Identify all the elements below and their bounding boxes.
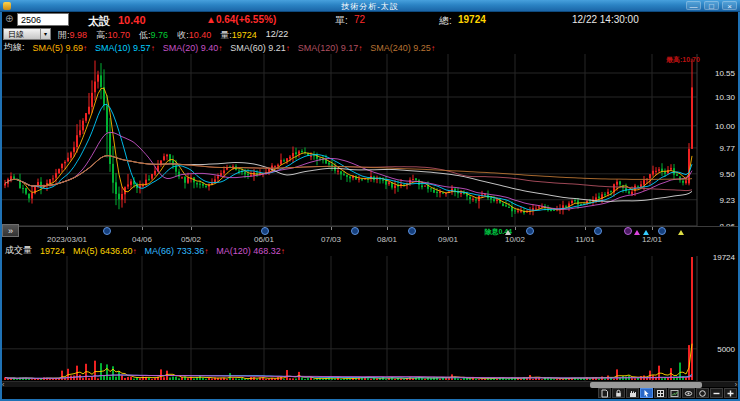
period-select[interactable]: 日線 ▾ xyxy=(3,28,51,40)
volume-legend: 成交量 19724 MA(5) 6436.60↑ MA(66) 733.36↑ … xyxy=(2,245,738,256)
dividend-marker-icon[interactable] xyxy=(261,227,269,235)
event-triangle-icon[interactable] xyxy=(505,230,511,235)
event-triangle-icon[interactable] xyxy=(643,230,649,235)
app-window: 技術分析-太設 — □ × ⊕ 太設 10.40 ▲0.64(+6.55%) 單… xyxy=(0,0,740,401)
sma120-item: SMA(120) 9.17↑ xyxy=(298,43,363,53)
date-label: 12/01 xyxy=(642,235,662,244)
date-axis: » 除息0.44 2023/03/0104/0605/0206/0107/030… xyxy=(0,226,740,245)
date-tick xyxy=(448,227,449,230)
chevron-down-icon: ▾ xyxy=(40,29,50,39)
price-tick-label: 10.55 xyxy=(699,69,735,78)
zoom-out-icon[interactable] xyxy=(710,388,723,398)
price-chart[interactable] xyxy=(0,54,740,226)
date-tick xyxy=(142,227,143,230)
zoom-in-icon[interactable] xyxy=(724,388,737,398)
sma-legend: 均線: SMA(5) 9.69↑ SMA(10) 9.57↑ SMA(20) 9… xyxy=(2,41,738,54)
symbol-lookup-icon[interactable]: ⊕ xyxy=(5,13,13,24)
sma20-item: SMA(20) 9.40↑ xyxy=(163,43,223,53)
minimize-button[interactable]: — xyxy=(686,1,701,10)
price-tick-label: 9.50 xyxy=(699,170,735,179)
sma240-item: SMA(240) 9.25↑ xyxy=(370,43,435,53)
dividend-marker-icon[interactable] xyxy=(103,227,111,235)
title-bar[interactable]: 技術分析-太設 — □ × xyxy=(0,0,740,12)
close-button[interactable]: × xyxy=(722,1,737,10)
chart-toolbar xyxy=(598,388,737,398)
total-volume-value: 19724 xyxy=(458,14,486,25)
dividend-marker-icon[interactable] xyxy=(351,227,359,235)
dividend-marker-icon[interactable] xyxy=(408,227,416,235)
single-volume-label: 單: xyxy=(335,14,348,28)
circle-tool-icon[interactable] xyxy=(696,388,709,398)
date-label: 2023/03/01 xyxy=(47,235,87,244)
date-tick xyxy=(515,227,516,230)
ohlc-toolbar: 日線 ▾ 開:9.98 高:10.70 低:9.76 收:10.40 量:197… xyxy=(2,28,738,41)
volume-tick-label: 19724 xyxy=(699,253,735,262)
window-border-left xyxy=(0,12,2,401)
date-label: 11/01 xyxy=(575,235,594,244)
dividend-marker-icon[interactable] xyxy=(594,227,602,235)
price-tick-label: 10.30 xyxy=(699,93,735,102)
date-label: 06/01 xyxy=(254,235,274,244)
vma5-item: MA(5) 6436.60↑ xyxy=(73,246,137,256)
window-title: 技術分析-太設 xyxy=(0,1,740,12)
cursor-icon[interactable] xyxy=(640,388,653,398)
date-label: 10/02 xyxy=(505,235,525,244)
maximize-button[interactable]: □ xyxy=(704,1,719,10)
page-icon[interactable] xyxy=(598,388,611,398)
expand-button[interactable]: » xyxy=(2,224,19,237)
grid-icon[interactable] xyxy=(654,388,667,398)
stock-name: 太設 xyxy=(88,14,110,29)
volume-total: 19724 xyxy=(40,246,65,256)
horizontal-scrollbar[interactable]: ‹ › xyxy=(0,381,740,387)
date-tick xyxy=(191,227,192,230)
volume-chart[interactable] xyxy=(0,256,740,381)
sma5-item: SMA(5) 9.69↑ xyxy=(33,43,88,53)
last-price: 10.40 xyxy=(118,14,146,26)
eye-icon[interactable] xyxy=(682,388,695,398)
price-tick-label: 10.00 xyxy=(699,122,735,131)
event-triangle-icon[interactable] xyxy=(634,230,640,235)
vma120-item: MA(120) 468.32↑ xyxy=(216,246,285,256)
total-volume-label: 總: xyxy=(439,14,452,28)
peak-price-label: 最高:10.70 xyxy=(666,55,700,65)
date-tick xyxy=(387,227,388,230)
date-label: 07/03 xyxy=(321,235,341,244)
single-volume-value: 72 xyxy=(354,14,365,25)
volume-tick-label: 5000 xyxy=(699,345,735,354)
quote-bar: ⊕ 太設 10.40 ▲0.64(+6.55%) 單: 72 總: 19724 … xyxy=(2,12,738,28)
date-label: 09/01 xyxy=(438,235,458,244)
price-change: ▲0.64(+6.55%) xyxy=(206,14,276,25)
trend-tool-icon[interactable] xyxy=(668,388,681,398)
symbol-input[interactable] xyxy=(17,13,69,26)
event-triangle-icon[interactable] xyxy=(678,230,684,235)
vma66-item: MA(66) 733.36↑ xyxy=(145,246,209,256)
scroll-left-icon[interactable]: ‹ xyxy=(2,381,4,388)
date-label: 05/02 xyxy=(181,235,201,244)
date-tick xyxy=(67,227,68,230)
date-tick xyxy=(585,227,586,230)
scroll-right-icon[interactable]: › xyxy=(735,381,737,388)
date-tick xyxy=(331,227,332,230)
date-tick xyxy=(652,227,653,230)
dividend-marker-icon[interactable] xyxy=(658,227,666,235)
period-label: 日線 xyxy=(8,30,24,39)
price-tick-label: 9.77 xyxy=(699,144,735,153)
date-label: 08/01 xyxy=(377,235,397,244)
date-label: 04/06 xyxy=(132,235,152,244)
pan-hand-icon[interactable] xyxy=(626,388,639,398)
meeting-marker-icon[interactable] xyxy=(624,227,632,235)
dividend-marker-icon[interactable] xyxy=(526,227,534,235)
sma-legend-prefix: 均線: xyxy=(4,41,25,54)
quote-datetime: 12/22 14:30:00 xyxy=(572,14,639,25)
price-tick-label: 9.23 xyxy=(699,196,735,205)
lock-icon[interactable] xyxy=(612,388,625,398)
sma10-item: SMA(10) 9.57↑ xyxy=(95,43,155,53)
sma60-item: SMA(60) 9.21↑ xyxy=(230,43,290,53)
